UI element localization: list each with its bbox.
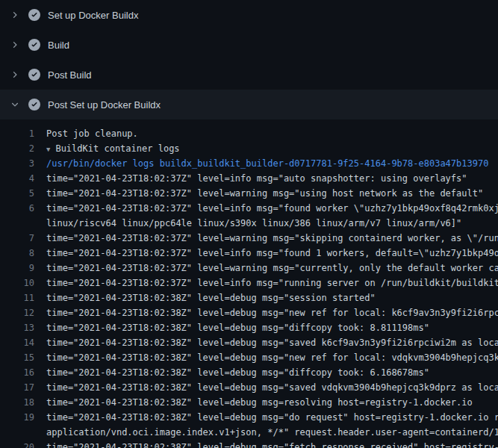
log-line-number[interactable]: 1 (0, 126, 34, 141)
log-line-number[interactable] (0, 425, 34, 440)
log-line: 3 /usr/bin/docker logs buildx_buildkit_b… (0, 156, 498, 171)
log-line-number[interactable]: 3 (0, 156, 34, 171)
log-line-number[interactable]: 5 (0, 186, 34, 201)
log-line-number[interactable]: 8 (0, 246, 34, 261)
chevron-right-icon (9, 39, 21, 51)
actions-log-viewer: Set up Docker Buildx Build Post Build Po… (0, 0, 498, 448)
log-line-text: /usr/bin/docker logs buildx_buildkit_bui… (46, 158, 488, 169)
log-line-number[interactable]: 7 (0, 231, 34, 246)
check-circle-icon (28, 39, 40, 51)
log-line-text: time="2021-04-23T18:02:37Z" level=info m… (46, 203, 498, 214)
log-line: 13 time="2021-04-23T18:02:38Z" level=deb… (0, 320, 498, 335)
log-line: 7 time="2021-04-23T18:02:37Z" level=warn… (0, 231, 498, 246)
log-line: 14 time="2021-04-23T18:02:38Z" level=deb… (0, 335, 498, 350)
chevron-right-icon (9, 69, 21, 81)
log-line-number[interactable]: 9 (0, 261, 34, 276)
log-line: 8 time="2021-04-23T18:02:37Z" level=info… (0, 246, 498, 261)
log-line: 2 ▼BuildKit container logs (0, 141, 498, 156)
log-line-text: time="2021-04-23T18:02:38Z" level=debug … (46, 397, 473, 408)
section-header-post-build[interactable]: Post Build (0, 60, 498, 90)
log-line: 6 time="2021-04-23T18:02:37Z" level=info… (0, 201, 498, 216)
log-line: linux/riscv64 linux/ppc64le linux/s390x … (0, 216, 498, 231)
section-label: Post Build (48, 69, 92, 81)
log-line-number[interactable] (0, 216, 34, 231)
log-line-text: time="2021-04-23T18:02:38Z" level=debug … (46, 442, 498, 448)
section-header-set-up-docker-buildx[interactable]: Set up Docker Buildx (0, 0, 498, 30)
log-line: 1 Post job cleanup. (0, 126, 498, 141)
log-line-text: time="2021-04-23T18:02:37Z" level=info m… (46, 278, 498, 288)
log-line-text: linux/riscv64 linux/ppc64le linux/s390x … (46, 218, 461, 228)
log-line-number[interactable]: 17 (0, 380, 34, 395)
chevron-down-icon (9, 99, 21, 111)
log-line: application/vnd.oci.image.index.v1+json,… (0, 425, 498, 440)
log-line-text: time="2021-04-23T18:02:38Z" level=debug … (46, 382, 498, 393)
log-line-number[interactable]: 13 (0, 320, 34, 335)
log-line-number[interactable]: 10 (0, 276, 34, 290)
log-line: 15 time="2021-04-23T18:02:38Z" level=deb… (0, 350, 498, 365)
log-line-text: time="2021-04-23T18:02:38Z" level=debug … (46, 323, 429, 333)
section-header-post-set-up-docker-buildx[interactable]: Post Set up Docker Buildx (0, 90, 498, 119)
log-line: 16 time="2021-04-23T18:02:38Z" level=deb… (0, 365, 498, 380)
check-circle-icon (28, 9, 40, 21)
log-output: 1 Post job cleanup. 2 ▼BuildKit containe… (0, 119, 498, 448)
log-line-text: time="2021-04-23T18:02:37Z" level=warnin… (46, 233, 498, 243)
log-line-text: time="2021-04-23T18:02:38Z" level=debug … (46, 367, 429, 378)
section-label: Set up Docker Buildx (48, 10, 138, 21)
log-line-text: time="2021-04-23T18:02:38Z" level=debug … (46, 293, 376, 303)
log-line-text: time="2021-04-23T18:02:38Z" level=debug … (46, 412, 498, 423)
log-line-text: time="2021-04-23T18:02:38Z" level=debug … (46, 352, 498, 363)
log-line: 11 time="2021-04-23T18:02:38Z" level=deb… (0, 290, 498, 305)
log-line-number[interactable]: 16 (0, 365, 34, 380)
chevron-right-icon (9, 9, 21, 21)
log-line-number[interactable]: 12 (0, 305, 34, 320)
log-line-number[interactable]: 14 (0, 335, 34, 350)
log-line-text: BuildKit container logs (55, 143, 179, 154)
log-line-text: time="2021-04-23T18:02:37Z" level=warnin… (46, 263, 498, 273)
log-line-text: time="2021-04-23T18:02:37Z" level=info m… (46, 173, 467, 184)
log-line-text: time="2021-04-23T18:02:38Z" level=debug … (46, 308, 498, 318)
log-line: 5 time="2021-04-23T18:02:37Z" level=warn… (0, 186, 498, 201)
log-line-number[interactable]: 6 (0, 201, 34, 216)
log-line: 9 time="2021-04-23T18:02:37Z" level=warn… (0, 261, 498, 276)
log-line-number[interactable]: 2 (0, 141, 34, 156)
section-header-build[interactable]: Build (0, 30, 498, 60)
section-label: Build (48, 40, 69, 51)
log-line-text: time="2021-04-23T18:02:37Z" level=warnin… (46, 188, 483, 199)
log-line: 18 time="2021-04-23T18:02:38Z" level=deb… (0, 395, 498, 410)
section-label: Post Set up Docker Buildx (48, 99, 161, 111)
log-line: 20 time="2021-04-23T18:02:38Z" level=deb… (0, 440, 498, 448)
log-line: 4 time="2021-04-23T18:02:37Z" level=info… (0, 171, 498, 186)
log-line-number[interactable]: 19 (0, 410, 34, 425)
log-line-text: application/vnd.oci.image.index.v1+json,… (46, 427, 498, 438)
log-group-toggle-icon[interactable]: ▼ (46, 146, 50, 153)
log-line-text: Post job cleanup. (46, 128, 138, 139)
log-line-number[interactable]: 4 (0, 171, 34, 186)
log-line: 19 time="2021-04-23T18:02:38Z" level=deb… (0, 410, 498, 425)
log-line-text: time="2021-04-23T18:02:37Z" level=info m… (46, 248, 498, 258)
log-line: 17 time="2021-04-23T18:02:38Z" level=deb… (0, 380, 498, 395)
check-circle-icon (28, 69, 40, 81)
log-line-number[interactable]: 20 (0, 440, 34, 448)
log-line: 12 time="2021-04-23T18:02:38Z" level=deb… (0, 305, 498, 320)
log-line-number[interactable]: 11 (0, 290, 34, 305)
log-line-number[interactable]: 15 (0, 350, 34, 365)
check-circle-icon (28, 99, 40, 111)
log-line: 10 time="2021-04-23T18:02:37Z" level=inf… (0, 276, 498, 290)
log-line-text: time="2021-04-23T18:02:38Z" level=debug … (46, 337, 498, 348)
log-line-number[interactable]: 18 (0, 395, 34, 410)
